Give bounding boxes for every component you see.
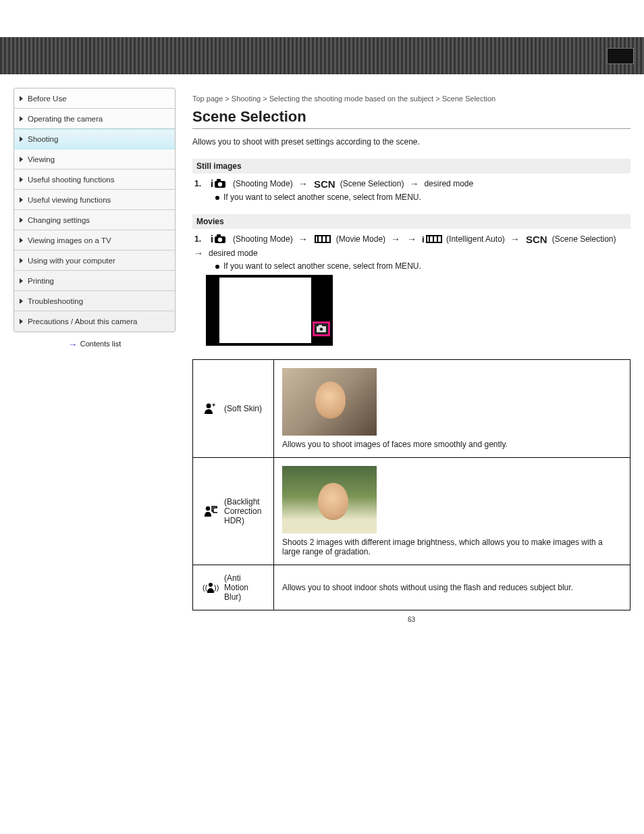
arrow-icon: → — [298, 234, 308, 244]
lcd-screen-illustration — [206, 275, 333, 346]
mode-desc: Shoots 2 images with different image bri… — [282, 538, 622, 556]
svg-point-24 — [206, 506, 210, 511]
nav-label: Before Use — [28, 95, 67, 103]
svg-point-3 — [218, 182, 222, 186]
svg-text:((: (( — [203, 583, 208, 592]
mode-selector-highlight — [313, 321, 330, 336]
mode-name: (Anti Motion Blur) — [224, 573, 265, 602]
text: (Shooting Mode) — [233, 234, 293, 244]
svg-text:i: i — [211, 234, 213, 244]
svg-rect-10 — [317, 236, 319, 242]
svg-rect-2 — [217, 179, 221, 182]
bullet-icon — [215, 196, 219, 200]
arrow-right-icon: → — [68, 339, 78, 350]
page-number: 63 — [192, 616, 630, 623]
svg-rect-11 — [321, 236, 323, 242]
step-number: 1. — [192, 234, 203, 244]
nav-label: Useful viewing functions — [28, 196, 111, 204]
movies-block: Movies 1. i (Shooting Mode) → (Movie Mod… — [192, 214, 630, 346]
arrow-icon: → — [409, 178, 419, 189]
nav-item-viewing[interactable]: Viewing — [14, 149, 175, 170]
contents-link[interactable]: →Contents list — [14, 339, 176, 350]
svg-rect-17 — [433, 236, 434, 242]
svg-rect-12 — [325, 236, 327, 242]
nav-list: Before Use Operating the camera Shooting… — [14, 88, 176, 332]
mode-name: (Backlight Correction HDR) — [224, 497, 265, 525]
contents-label: Contents list — [80, 340, 122, 348]
svg-rect-26 — [213, 508, 217, 513]
table-row-backlight: (Backlight Correction HDR) Shoots 2 imag… — [193, 458, 630, 565]
still-step-line: 1. i (Shooting Mode) → SCN (Scene Select… — [192, 178, 630, 190]
svg-text:)): )) — [214, 583, 219, 592]
nav-item-printing[interactable]: Printing — [14, 271, 175, 291]
nav-label: Useful shooting functions — [28, 176, 115, 184]
soft-skin-thumbnail — [282, 368, 377, 436]
intelligent-movie-film-icon: i — [422, 233, 442, 245]
text: desired mode — [424, 179, 473, 188]
nav-item-tv[interactable]: Viewing images on a TV — [14, 230, 175, 251]
nav-item-useful-viewing[interactable]: Useful viewing functions — [14, 190, 175, 210]
nav-item-shooting[interactable]: Shooting — [14, 129, 175, 149]
still-heading: Still images — [192, 159, 630, 174]
still-sub-bullet: If you want to select another scene, sel… — [215, 192, 630, 202]
mode-btn-icon — [317, 325, 326, 333]
nav-item-operating[interactable]: Operating the camera — [14, 109, 175, 129]
arrow-icon: → — [391, 234, 400, 244]
movie-heading: Movies — [192, 214, 630, 229]
nav-label: Printing — [28, 277, 54, 285]
still-images-block: Still images 1. i (Shooting Mode) → SCN … — [192, 159, 630, 202]
intro-text: Allows you to shoot with preset settings… — [192, 137, 630, 147]
svg-text:i: i — [422, 234, 425, 244]
nav-label: Shooting — [28, 135, 58, 143]
svg-rect-6 — [217, 234, 221, 237]
svg-point-21 — [320, 328, 323, 331]
header-band — [0, 37, 644, 74]
nav-item-troubleshooting[interactable]: Troubleshooting — [14, 291, 175, 311]
nav-label: Viewing — [28, 155, 55, 163]
nav-label: Troubleshooting — [28, 297, 83, 305]
mode-desc: Allows you to shoot images of faces more… — [282, 440, 622, 449]
scn-icon: SCN — [525, 233, 548, 245]
nav-label: Precautions / About this camera — [28, 317, 137, 325]
svg-text:+: + — [212, 402, 215, 409]
nav-label: Changing settings — [28, 216, 90, 224]
movie-film-icon — [313, 233, 332, 245]
breadcrumb: Top page > Shooting > Selecting the shoo… — [192, 95, 630, 103]
text: (Movie Mode) — [336, 234, 385, 244]
nav-item-precautions[interactable]: Precautions / About this camera — [14, 311, 175, 332]
step-number: 1. — [192, 178, 203, 189]
sidebar: Before Use Operating the camera Shooting… — [14, 88, 176, 623]
movie-step-line: 1. i (Shooting Mode) → (Movie Mode) → → … — [192, 233, 630, 259]
nav-item-before-use[interactable]: Before Use — [14, 88, 175, 109]
scn-icon: SCN — [313, 178, 336, 190]
svg-point-28 — [209, 583, 213, 587]
text: (Scene Selection) — [340, 179, 404, 188]
arrow-icon: → — [298, 178, 308, 189]
text: (Shooting Mode) — [233, 179, 293, 188]
intelligent-auto-camera-icon: i — [210, 178, 229, 190]
text: If you want to select another scene, sel… — [223, 192, 421, 202]
svg-rect-20 — [319, 325, 322, 327]
lcd-display-area — [219, 278, 311, 343]
svg-point-7 — [218, 238, 222, 242]
table-row-soft-skin: + (Soft Skin) Allows you to shoot images… — [193, 360, 630, 458]
nav-item-useful-shooting[interactable]: Useful shooting functions — [14, 170, 175, 190]
nav-item-changing-settings[interactable]: Changing settings — [14, 210, 175, 230]
nav-label: Using with your computer — [28, 257, 115, 265]
scene-mode-table: + (Soft Skin) Allows you to shoot images… — [192, 359, 630, 610]
arrow-icon: → — [194, 248, 203, 259]
arrow-icon: → — [407, 234, 417, 244]
text: If you want to select another scene, sel… — [223, 261, 421, 271]
header-corner-box — [607, 48, 634, 64]
nav-item-computer[interactable]: Using with your computer — [14, 251, 175, 271]
table-row-anti-motion: (()) (Anti Motion Blur) Allows you to sh… — [193, 565, 630, 610]
page-title: Scene Selection — [192, 108, 630, 129]
text: (Intelligent Auto) — [446, 234, 505, 244]
nav-label: Viewing images on a TV — [28, 236, 111, 244]
backlight-portrait-icon — [201, 505, 220, 517]
mode-desc: Allows you to shoot indoor shots without… — [282, 583, 622, 592]
intelligent-auto-camera-icon: i — [210, 233, 229, 245]
arrow-icon: → — [510, 234, 520, 244]
text: desired mode — [209, 249, 258, 258]
bullet-icon — [215, 265, 219, 269]
